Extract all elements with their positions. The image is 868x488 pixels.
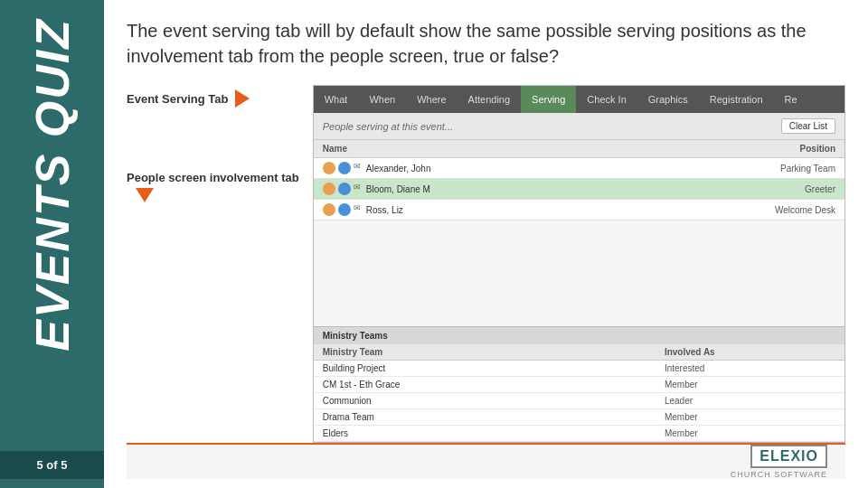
row-icons: ✉	[323, 162, 361, 174]
elexio-logo-text: ELEXIO	[750, 445, 827, 468]
ministry-row-5: Elders Member	[314, 426, 844, 442]
tab-when[interactable]: When	[358, 86, 406, 113]
ministry-name-4: Drama Team	[323, 412, 665, 422]
email-icon: ✉	[354, 162, 361, 174]
tab-attending[interactable]: Attending	[458, 86, 521, 113]
ministry-row-3: Communion Leader	[314, 393, 844, 409]
row-position: Parking Team	[679, 164, 835, 174]
tab-checkin[interactable]: Check In	[576, 86, 637, 113]
row-position-3: Welcome Desk	[679, 205, 835, 215]
person-icon-6	[338, 203, 351, 216]
table-header-row: Name Position	[314, 140, 844, 158]
ministry-name-2: CM 1st - Eth Grace	[323, 380, 665, 389]
event-serving-tab-label: Event Serving Tab	[127, 92, 228, 106]
people-screen-label: People screen involvement tab	[127, 171, 299, 184]
person-icon-4	[338, 183, 351, 195]
tab-more[interactable]: Re	[774, 86, 808, 113]
row-position-2: Greeter	[679, 184, 835, 194]
mt-col1-header: Ministry Team	[323, 347, 665, 357]
ministry-section-label: Ministry Teams	[314, 326, 844, 344]
table-row-highlighted: ✉ Bloom, Diane M Greeter	[314, 179, 844, 200]
tab-registration[interactable]: Registration	[699, 86, 774, 113]
table-row: ✉ Alexander, John Parking Team	[314, 158, 844, 179]
question-text: The event serving tab will by default sh…	[127, 18, 845, 69]
col-position-header: Position	[665, 144, 835, 154]
event-serving-tab-label-item: Event Serving Tab	[127, 89, 299, 108]
person-icon	[323, 162, 335, 174]
mt-col2-header: Involved As	[665, 347, 835, 357]
tab-graphics[interactable]: Graphics	[637, 86, 699, 113]
person-icon-2	[338, 162, 351, 174]
tab-bar: What When Where Attending Serving Check …	[314, 86, 844, 113]
tab-serving[interactable]: Serving	[521, 86, 576, 113]
app-mockup: What When Where Attending Serving Check …	[313, 85, 845, 443]
ministry-name-1: Building Project	[323, 363, 665, 373]
person-icon-5	[323, 203, 335, 216]
tab-where[interactable]: Where	[406, 86, 457, 113]
ministry-table-header: Ministry Team Involved As	[314, 344, 844, 361]
bottom-bar: ELEXIO CHURCH SOFTWARE	[127, 443, 845, 479]
screenshot-area: Event Serving Tab People screen involvem…	[127, 85, 845, 443]
col-name-header: Name	[323, 144, 665, 154]
serving-header-text: People serving at this event...	[323, 121, 453, 132]
labels-column: Event Serving Tab People screen involvem…	[127, 85, 299, 443]
people-screen-label-item: People screen involvement tab	[127, 171, 299, 202]
ministry-row-1: Building Project Interested	[314, 361, 844, 377]
arrow-right-icon	[235, 89, 250, 108]
row-icons-2: ✉	[323, 183, 361, 195]
email-icon-3: ✉	[354, 203, 361, 216]
ministry-role-3: Leader	[665, 396, 835, 406]
church-software-text: CHURCH SOFTWARE	[731, 470, 827, 479]
page-indicator: 5 of 5	[0, 451, 104, 479]
row-name: Alexander, John	[366, 164, 679, 174]
serving-panel: People serving at this event... Clear Li…	[314, 113, 844, 442]
ministry-name-3: Communion	[323, 396, 665, 406]
ministry-role-2: Member	[665, 380, 835, 389]
elexio-logo: ELEXIO CHURCH SOFTWARE	[731, 445, 827, 479]
sidebar-title: EVENTS QUIZ	[29, 9, 76, 361]
ministry-role-1: Interested	[665, 363, 835, 373]
serving-header: People serving at this event... Clear Li…	[314, 113, 844, 140]
tab-what[interactable]: What	[314, 86, 359, 113]
ministry-role-5: Member	[665, 428, 835, 438]
arrow-down-icon	[136, 188, 154, 202]
email-icon-2: ✉	[354, 183, 361, 195]
row-name-2: Bloom, Diane M	[366, 184, 679, 194]
serving-table: Name Position ✉ Alexander, John Parking …	[314, 140, 844, 326]
table-row-3: ✉ Ross, Liz Welcome Desk	[314, 200, 844, 221]
ministry-role-4: Member	[665, 412, 835, 422]
main-layout: EVENTS QUIZ 5 of 5 The event serving tab…	[0, 0, 868, 488]
sidebar: EVENTS QUIZ 5 of 5	[0, 0, 104, 488]
content-area: The event serving tab will by default sh…	[104, 0, 868, 488]
ministry-row-4: Drama Team Member	[314, 409, 844, 426]
ministry-name-5: Elders	[323, 428, 665, 438]
ministry-row-2: CM 1st - Eth Grace Member	[314, 377, 844, 393]
person-icon-3	[323, 183, 335, 195]
row-name-3: Ross, Liz	[366, 205, 679, 215]
row-icons-3: ✉	[323, 203, 361, 216]
clear-list-button[interactable]: Clear List	[781, 118, 835, 134]
